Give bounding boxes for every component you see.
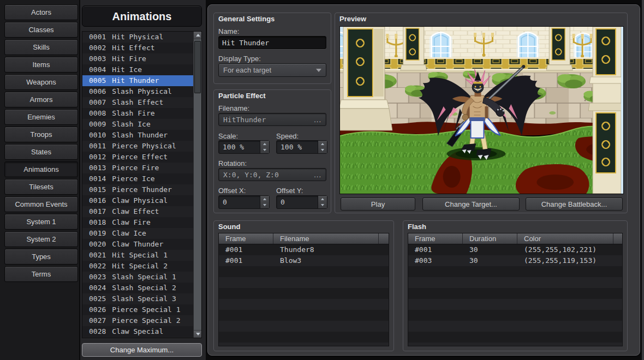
animation-list-item[interactable]: 0011 Pierce Physical bbox=[82, 141, 193, 152]
animation-list-item[interactable]: 0028 Claw Special bbox=[82, 326, 193, 337]
sound-row[interactable]: #001 Blow3 bbox=[219, 255, 389, 266]
step-down-button[interactable] bbox=[260, 202, 269, 209]
step-down-button[interactable] bbox=[318, 147, 327, 154]
animation-list-item[interactable]: 0022 Hit Special 2 bbox=[82, 261, 193, 272]
animation-list-item[interactable]: 0001 Hit Physical bbox=[82, 32, 193, 43]
sidebar-category-button[interactable]: System 1 bbox=[4, 214, 78, 230]
step-up-button[interactable] bbox=[260, 196, 269, 202]
animation-list-item[interactable]: 0024 Slash Special 2 bbox=[82, 283, 193, 293]
flash-frame: #003 bbox=[408, 255, 463, 266]
play-button[interactable]: Play bbox=[341, 197, 415, 211]
sidebar-category-button[interactable]: Animations bbox=[4, 161, 78, 177]
animation-list-item[interactable]: 0003 Hit Fire bbox=[82, 53, 193, 64]
list-scrollbar[interactable] bbox=[193, 32, 201, 338]
sidebar-category-button[interactable]: Armors bbox=[4, 92, 78, 107]
animation-list-item[interactable]: 0017 Claw Effect bbox=[82, 206, 193, 217]
animation-list-item[interactable]: 0019 Claw Ice bbox=[82, 228, 193, 239]
change-maximum-button[interactable]: Change Maximum... bbox=[82, 343, 202, 357]
scrollbar-thumb[interactable] bbox=[194, 41, 201, 93]
name-label: Name: bbox=[218, 27, 239, 35]
sound-group: Sound Frame Filename #001 Thunder8 bbox=[213, 220, 394, 351]
animation-list-item[interactable]: 0008 Slash Fire bbox=[82, 108, 193, 119]
flash-row[interactable]: #001 30 (255,255,102,221) bbox=[408, 244, 622, 255]
animation-list-item[interactable]: 0025 Slash Special 3 bbox=[82, 293, 193, 304]
sidebar-category-button[interactable]: States bbox=[4, 144, 78, 160]
offset-y-label: Offset Y: bbox=[276, 187, 303, 195]
sidebar-category-button[interactable]: Types bbox=[4, 249, 78, 265]
step-down-button[interactable] bbox=[318, 202, 327, 209]
scroll-down-button[interactable] bbox=[194, 330, 202, 338]
animation-list-item[interactable]: 0002 Hit Effect bbox=[82, 43, 193, 53]
sidebar-category-button[interactable]: Common Events bbox=[4, 196, 78, 212]
chevron-down-icon bbox=[316, 69, 321, 72]
animation-list-item[interactable]: 0012 Pierce Effect bbox=[82, 152, 193, 163]
animation-name: Slash Special 3 bbox=[112, 293, 176, 304]
step-up-button[interactable] bbox=[318, 141, 327, 147]
flash-table: Frame Duration Color #001 30 (255,255,10… bbox=[408, 233, 623, 346]
sidebar-category-button[interactable]: Actors bbox=[4, 4, 78, 20]
animation-list-item[interactable]: 0013 Pierce Fire bbox=[82, 163, 193, 173]
step-up-button[interactable] bbox=[260, 141, 269, 147]
flash-group: Flash Frame Duration Color #001 30 (255,… bbox=[403, 220, 628, 351]
animation-list-item[interactable]: 0023 Slash Special 1 bbox=[82, 272, 193, 283]
name-input[interactable] bbox=[218, 36, 326, 49]
sidebar-category-button[interactable]: Classes bbox=[4, 22, 78, 38]
column-header-duration[interactable]: Duration bbox=[463, 233, 517, 244]
offset-y-stepper[interactable]: 0 bbox=[276, 195, 327, 209]
sidebar-category-button[interactable]: Tilesets bbox=[4, 179, 78, 195]
animation-list-item[interactable]: 0026 Pierce Special 1 bbox=[82, 304, 193, 315]
column-header-color[interactable]: Color bbox=[517, 233, 613, 244]
flash-table-body: #001 30 (255,255,102,221) #003 30 (255,2… bbox=[408, 244, 622, 346]
change-battleback-button[interactable]: Change Battleback... bbox=[526, 197, 623, 211]
filename-field[interactable]: HitThunder ... bbox=[218, 113, 326, 126]
animation-name: Slash Ice bbox=[112, 119, 150, 130]
flash-duration: 30 bbox=[463, 255, 517, 266]
speed-stepper[interactable]: 100 % bbox=[276, 140, 327, 154]
scale-value: 100 % bbox=[219, 141, 260, 153]
display-type-select[interactable]: For each target bbox=[218, 63, 326, 77]
sidebar-category-button[interactable]: Troops bbox=[4, 127, 78, 142]
animation-name: Claw Fire bbox=[112, 217, 150, 228]
rotation-field[interactable]: X:0, Y:0, Z:0 ... bbox=[218, 168, 326, 181]
animation-list-item[interactable]: 0006 Slash Physical bbox=[82, 86, 193, 97]
sidebar-category-button[interactable]: Skills bbox=[4, 39, 78, 55]
step-up-button[interactable] bbox=[318, 196, 327, 202]
sidebar-category-button[interactable]: Enemies bbox=[4, 109, 78, 125]
change-target-button[interactable]: Change Target... bbox=[422, 197, 520, 211]
animation-list-item[interactable]: 0009 Slash Ice bbox=[82, 119, 193, 130]
sound-filename: Blow3 bbox=[273, 255, 379, 266]
flash-row[interactable]: #003 30 (255,255,119,153) bbox=[408, 255, 622, 266]
sidebar-category-button[interactable]: Terms bbox=[4, 266, 78, 282]
animation-list-item[interactable]: 0020 Claw Thunder bbox=[82, 239, 193, 250]
animation-list-item[interactable]: 0015 Pierce Thunder bbox=[82, 184, 193, 195]
animation-list-item[interactable]: 0010 Slash Thunder bbox=[82, 130, 193, 141]
step-down-button[interactable] bbox=[260, 147, 269, 154]
animation-list-item[interactable]: 0014 Pierce Ice bbox=[82, 173, 193, 184]
animation-list-item[interactable]: 0016 Claw Physical bbox=[82, 195, 193, 206]
animation-list-item[interactable]: 0021 Hit Special 1 bbox=[82, 250, 193, 261]
column-header-frame[interactable]: Frame bbox=[219, 233, 273, 244]
offset-x-stepper[interactable]: 0 bbox=[218, 195, 270, 209]
animation-list-item[interactable]: 0007 Slash Effect bbox=[82, 97, 193, 108]
list-title: Animations bbox=[82, 5, 202, 27]
browse-icon[interactable]: ... bbox=[314, 116, 321, 124]
sidebar-category-button[interactable]: Weapons bbox=[4, 74, 78, 90]
sidebar-category-button[interactable]: Items bbox=[4, 57, 78, 73]
animation-list-item[interactable]: 0018 Claw Fire bbox=[82, 217, 193, 228]
browse-icon[interactable]: ... bbox=[314, 171, 321, 179]
animation-list-item[interactable]: 0004 Hit Ice bbox=[82, 64, 193, 75]
animation-name: Slash Physical bbox=[112, 86, 172, 97]
sidebar-category-button[interactable]: System 2 bbox=[4, 231, 78, 247]
animation-list-item[interactable]: 0005 Hit Thunder bbox=[82, 75, 193, 86]
column-header-frame[interactable]: Frame bbox=[408, 233, 463, 244]
animation-name: Claw Effect bbox=[112, 206, 159, 217]
animation-name: Hit Special 1 bbox=[112, 250, 168, 261]
animation-name: Hit Effect bbox=[112, 43, 154, 53]
animation-list-item[interactable]: 0027 Pierce Special 2 bbox=[82, 315, 193, 326]
scale-stepper[interactable]: 100 % bbox=[218, 140, 270, 154]
stepper-buttons bbox=[260, 196, 269, 208]
sound-row[interactable]: #001 Thunder8 bbox=[219, 244, 389, 255]
column-header-filename[interactable]: Filename bbox=[273, 233, 379, 244]
animation-id: 0025 bbox=[89, 293, 106, 304]
scroll-up-button[interactable] bbox=[194, 32, 202, 39]
